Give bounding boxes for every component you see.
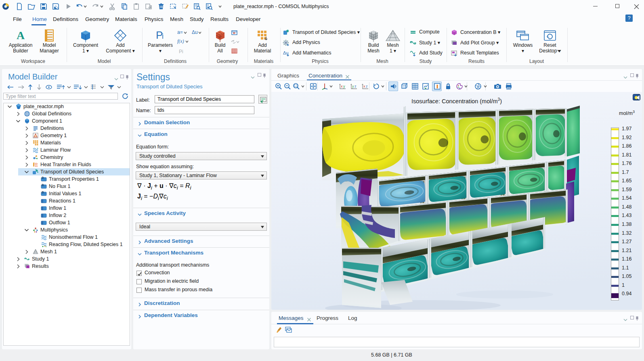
svg-text:y: y	[352, 84, 354, 88]
svg-text:Δu: Δu	[192, 29, 198, 35]
svg-text:z: z	[366, 84, 368, 88]
svg-text:Pi: Pi	[179, 49, 183, 54]
svg-text:a=: a=	[177, 29, 183, 35]
svg-text:D: D	[42, 184, 44, 186]
svg-text:i: i	[162, 32, 164, 40]
svg-text:z: z	[355, 84, 357, 88]
svg-text:x: x	[341, 84, 343, 88]
svg-text:y: y	[343, 84, 345, 88]
svg-text:D: D	[42, 191, 44, 194]
svg-text:A: A	[17, 29, 25, 42]
svg-text:D: D	[42, 176, 44, 179]
svg-text:x: x	[363, 84, 365, 88]
svg-text:f(x): f(x)	[177, 38, 184, 44]
